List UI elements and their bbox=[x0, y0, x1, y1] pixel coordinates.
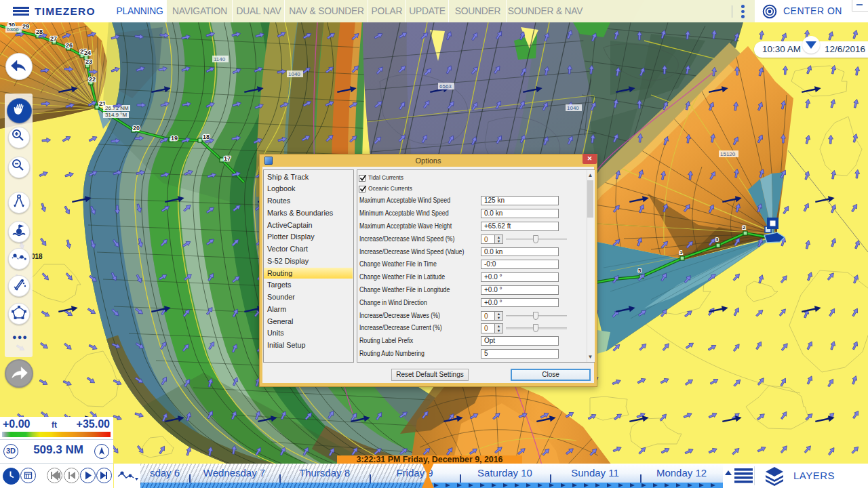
svg-text:1040: 1040 bbox=[288, 71, 300, 77]
svg-text:5: 5 bbox=[638, 268, 642, 274]
svg-text:1140: 1140 bbox=[214, 56, 226, 62]
svg-text:17: 17 bbox=[224, 155, 231, 162]
svg-text:6366: 6366 bbox=[7, 26, 19, 33]
svg-text:26: 26 bbox=[66, 42, 73, 49]
svg-text:314.9 °M: 314.9 °M bbox=[105, 112, 127, 118]
svg-text:15120: 15120 bbox=[720, 151, 736, 157]
svg-text:6563: 6563 bbox=[439, 83, 452, 89]
svg-text:018: 018 bbox=[31, 253, 43, 260]
svg-text:20: 20 bbox=[133, 125, 140, 131]
svg-text:2: 2 bbox=[743, 224, 746, 230]
svg-text:22: 22 bbox=[89, 76, 96, 83]
svg-text:23: 23 bbox=[85, 58, 92, 65]
svg-text:28: 28 bbox=[36, 28, 43, 35]
svg-text:3: 3 bbox=[715, 237, 719, 243]
svg-text:27: 27 bbox=[50, 35, 57, 42]
svg-text:1: 1 bbox=[679, 249, 683, 256]
svg-text:29: 29 bbox=[22, 23, 29, 30]
svg-text:19: 19 bbox=[171, 135, 178, 142]
svg-text:18: 18 bbox=[203, 134, 210, 140]
svg-text:24: 24 bbox=[84, 49, 91, 56]
svg-text:1040: 1040 bbox=[567, 105, 579, 111]
